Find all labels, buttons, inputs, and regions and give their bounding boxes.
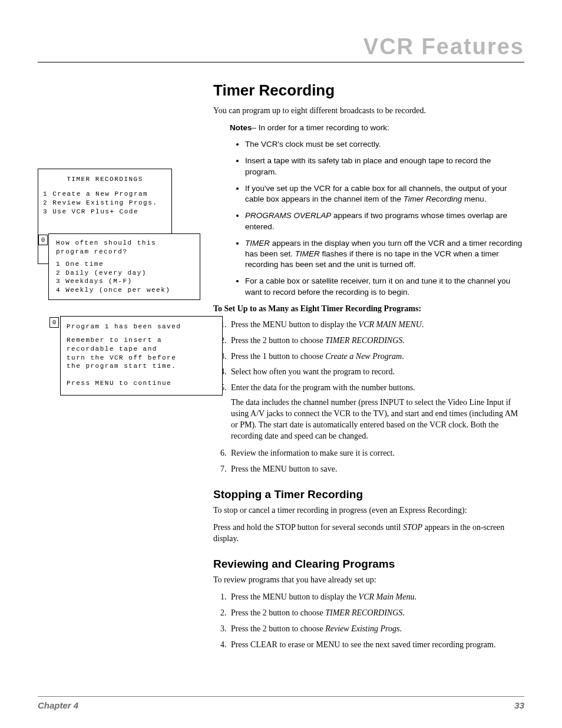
header-rule <box>38 62 524 62</box>
notes-lead: Notes– In order for a timer recording to… <box>230 123 524 133</box>
osd-option: 3 Weekdays (M-F) <box>56 277 195 286</box>
step: Select how often you want the program to… <box>229 367 524 378</box>
step: Press the MENU button to save. <box>229 464 524 475</box>
notes-list: The VCR's clock must be set correctly. I… <box>213 139 524 298</box>
section-heading: Timer Recording <box>213 80 524 101</box>
osd-saved-body: Remember to insert a <box>67 336 217 345</box>
body-column: Timer Recording You can program up to ei… <box>213 80 524 655</box>
note-item: PROGRAMS OVERLAP appears if two programs… <box>245 210 524 232</box>
osd-option: 2 Daily (every day) <box>56 269 195 278</box>
setup-heading: To Set Up to as Many as Eight Timer Reco… <box>213 304 524 315</box>
osd-option: 4 Weekly (once per week) <box>56 286 195 295</box>
osd-saved-body: turn the VCR off before <box>67 354 217 363</box>
stop-paragraph: Press and hold the STOP button for sever… <box>213 522 524 545</box>
osd-menu-title: TIMER RECORDINGS <box>43 175 167 184</box>
note-item: For a cable box or satellite receiver, t… <box>245 276 524 297</box>
osd-menu-item: 1 Create a New Program <box>43 190 167 199</box>
step-extra: The data includes the channel number (pr… <box>231 397 524 442</box>
note-item: Insert a tape with its safety tab in pla… <box>245 156 524 177</box>
subheading-reviewing: Reviewing and Clearing Programs <box>213 556 524 572</box>
step: Review the information to make sure it i… <box>229 448 524 459</box>
step: Press the 2 button to choose TIMER RECOR… <box>229 335 524 347</box>
footer-chapter: Chapter 4 <box>38 700 78 710</box>
note-item: The VCR's clock must be set correctly. <box>245 139 524 150</box>
footer-page-number: 33 <box>514 700 524 710</box>
osd-question-line: How often should this <box>56 239 195 248</box>
osd-saved: Program 1 has been saved Remember to ins… <box>60 316 223 396</box>
step: Press the MENU button to display the VCR… <box>229 319 524 331</box>
osd-saved-press: Press MENU to continue <box>67 379 217 388</box>
step: Press CLEAR to erase or MENU to see the … <box>229 640 524 651</box>
osd-saved-body: the program start time. <box>67 362 217 371</box>
subheading-stopping: Stopping a Timer Recording <box>213 487 524 502</box>
osd-marker: 0 <box>49 317 59 328</box>
osd-marker: 0 <box>38 235 48 245</box>
osd-question-line: program record? <box>56 248 195 256</box>
step: Press the 2 button to choose TIMER RECOR… <box>229 608 524 619</box>
note-item: If you've set up the VCR for a cable box… <box>245 183 524 205</box>
osd-saved-title: Program 1 has been saved <box>67 322 217 331</box>
step: Press the 1 button to choose Create a Ne… <box>229 351 524 363</box>
intro-paragraph: You can program up to eight different br… <box>213 106 524 117</box>
note-item: TIMER appears in the display when you tu… <box>245 238 524 271</box>
osd-frequency: How often should this program record? 1 … <box>48 233 200 300</box>
setup-steps: Press the MENU button to display the VCR… <box>213 319 524 475</box>
page-footer: Chapter 4 33 <box>38 696 524 710</box>
review-steps: Press the MENU button to display the VCR… <box>213 592 524 651</box>
osd-menu-item: 2 Review Existing Progs. <box>43 199 167 207</box>
page-header-title: VCR Features <box>38 34 524 60</box>
osd-option: 1 One time <box>56 260 195 269</box>
notes-lead-rest: – In order for a timer recording to work… <box>252 123 389 132</box>
stop-paragraph: To stop or cancel a timer recording in p… <box>213 505 524 516</box>
step: Press the MENU button to display the VCR… <box>229 592 524 603</box>
review-paragraph: To review programs that you have already… <box>213 575 524 586</box>
osd-menu-item: 3 Use VCR Plus+ Code <box>43 207 167 216</box>
osd-saved-body: recordable tape and <box>67 345 217 354</box>
step: Press the 2 button to choose Review Exis… <box>229 624 524 635</box>
osd-column: TIMER RECORDINGS 1 Create a New Program … <box>38 80 201 655</box>
notes-label: Notes <box>230 123 252 132</box>
step: Enter the data for the program with the … <box>229 383 524 442</box>
